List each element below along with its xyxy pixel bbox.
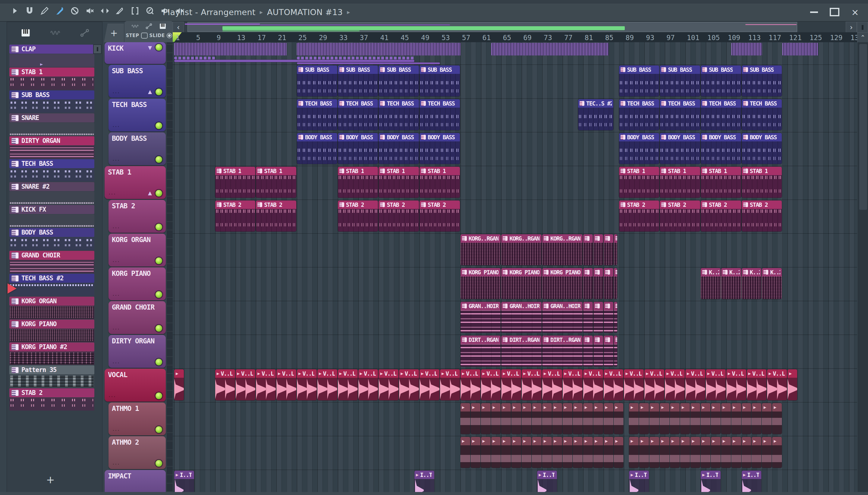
kick-pattern-strip[interactable] bbox=[174, 43, 287, 55]
clip-athmo[interactable]: ▶ bbox=[573, 403, 583, 434]
clip-choir[interactable] bbox=[604, 302, 613, 333]
track-header-athmo-1[interactable]: ATHMO 1··· bbox=[108, 403, 166, 435]
track-mute-led[interactable] bbox=[156, 393, 162, 399]
clip-v-l[interactable]: ▶V..L bbox=[317, 369, 337, 400]
clip-v-l[interactable]: ▶V..L bbox=[297, 369, 317, 400]
pattern-item-tech-bass-2[interactable]: TECH BASS #2 bbox=[9, 274, 94, 297]
clip-stab-2[interactable]: STAB 2 bbox=[619, 201, 659, 232]
zoom-grip-button[interactable] bbox=[857, 22, 868, 33]
clip-v-l[interactable]: ▶V..L bbox=[440, 369, 460, 400]
track-header-tech-bass[interactable]: TECH BASS··· bbox=[108, 99, 166, 132]
clip-korg[interactable] bbox=[614, 268, 618, 299]
clip-athmo[interactable]: ▶ bbox=[752, 403, 761, 434]
clip-v-l[interactable]: ▶V..L bbox=[665, 369, 685, 400]
clip-korg-rgan[interactable]: KORG..RGAN bbox=[542, 234, 583, 265]
scroll-right-button[interactable]: › bbox=[846, 22, 857, 33]
clip-i-t[interactable]: ▶I..T bbox=[174, 471, 194, 492]
track-options-dots[interactable]: ··· bbox=[112, 258, 120, 265]
clip-v-l[interactable]: ▶V..L bbox=[583, 369, 603, 400]
clip-k-2[interactable]: K..2 bbox=[742, 268, 762, 299]
clip-sub-bass[interactable]: SUB BASS bbox=[379, 65, 419, 97]
track-header-kick[interactable]: KICK▼ bbox=[105, 42, 166, 64]
panel-wave-icon[interactable] bbox=[131, 22, 140, 31]
kick-pattern-strip[interactable] bbox=[731, 43, 762, 55]
scroll-up-button[interactable]: ⌃ bbox=[857, 32, 868, 42]
paint-brush-icon[interactable] bbox=[54, 5, 66, 17]
clip-v-l[interactable]: ▶V..L bbox=[644, 369, 664, 400]
clip-korg-rgan[interactable]: KORG..RGAN bbox=[461, 234, 501, 265]
pattern-item-dirty-organ[interactable]: DIRTY ORGAN bbox=[9, 136, 94, 159]
clip-korg-piano[interactable]: KORG PIANO bbox=[501, 268, 542, 299]
clip-sub-bass[interactable]: SUB BASS bbox=[619, 65, 659, 97]
clip-athmo[interactable]: ▶ bbox=[522, 437, 531, 468]
clip-gran-hoir[interactable]: GRAN..HOIR bbox=[501, 302, 542, 333]
pattern-item-clap[interactable]: CLAP bbox=[9, 45, 94, 68]
clip-v-l[interactable]: ▶V..L bbox=[215, 369, 235, 400]
clip-stab-2[interactable]: STAB 2 bbox=[419, 201, 460, 232]
clip-athmo[interactable]: ▶ bbox=[691, 403, 700, 434]
clip-athmo[interactable]: ▶ bbox=[614, 437, 624, 468]
clip-athmo[interactable]: ▶ bbox=[701, 403, 710, 434]
clip-stab-2[interactable]: STAB 2 bbox=[338, 201, 378, 232]
step-toggle[interactable] bbox=[141, 33, 148, 39]
clip-dirt-rgan[interactable]: DIRT..RGAN bbox=[542, 336, 583, 366]
clip-athmo[interactable]: ▶ bbox=[542, 403, 552, 434]
track-mute-led[interactable] bbox=[156, 325, 162, 331]
pencil-icon[interactable] bbox=[39, 5, 51, 17]
group-collapse-arrow-icon[interactable]: ▲ bbox=[148, 190, 152, 196]
track-options-dots[interactable]: ··· bbox=[112, 224, 120, 232]
clip-i-t[interactable]: ▶I..T bbox=[414, 471, 434, 492]
clip-athmo[interactable]: ▶ bbox=[563, 403, 572, 434]
track-mute-led[interactable] bbox=[156, 426, 162, 433]
track-options-dots[interactable]: ··· bbox=[112, 157, 120, 164]
playlist-grid[interactable]: SUB BASSSUB BASSSUB BASSSUB BASSSUB BASS… bbox=[173, 42, 857, 492]
minimize-button[interactable] bbox=[806, 5, 822, 19]
clip-athmo[interactable]: ▶ bbox=[491, 437, 501, 468]
clip-athmo[interactable]: ▶ bbox=[501, 403, 511, 434]
clip-athmo[interactable]: ▶ bbox=[614, 403, 624, 434]
clip-stab-2[interactable]: STAB 2 bbox=[742, 201, 782, 232]
clip-athmo[interactable]: ▶ bbox=[752, 437, 761, 468]
mute-icon[interactable] bbox=[84, 5, 96, 17]
clip-v-l[interactable]: ▶V..L bbox=[767, 369, 787, 400]
clip-athmo[interactable]: ▶ bbox=[563, 437, 572, 468]
track-options-dots[interactable]: ··· bbox=[108, 393, 116, 400]
clip-sub-bass[interactable]: SUB BASS bbox=[297, 65, 337, 97]
clip-athmo[interactable]: ▶ bbox=[461, 403, 470, 434]
track-mute-led[interactable] bbox=[156, 257, 162, 264]
menu-arrow-icon[interactable] bbox=[8, 5, 20, 17]
clip-athmo[interactable]: ▶ bbox=[639, 437, 649, 468]
clip-athmo[interactable]: ▶ bbox=[461, 437, 470, 468]
clip-athmo[interactable]: ▶ bbox=[731, 403, 741, 434]
track-lane-body-bass[interactable]: BODY BASSBODY BASSBODY BASSBODY BASSBODY… bbox=[173, 132, 857, 166]
clip-athmo[interactable]: ▶ bbox=[604, 403, 613, 434]
clip-tech-bass[interactable]: TECH BASS bbox=[742, 99, 782, 130]
pattern-item-snare-2[interactable]: SNARE #2 bbox=[9, 182, 94, 205]
picker-tab-piano-icon[interactable] bbox=[20, 28, 32, 39]
clip-v-l[interactable]: ▶V..L bbox=[604, 369, 624, 400]
track-header-body-bass[interactable]: BODY BASS··· bbox=[108, 132, 166, 165]
clip-athmo[interactable]: ▶ bbox=[721, 403, 731, 434]
clip-athmo[interactable]: ▶ bbox=[711, 437, 721, 468]
track-mute-led[interactable] bbox=[156, 224, 162, 230]
clip-athmo[interactable]: ▶ bbox=[680, 403, 690, 434]
clip-athmo[interactable]: ▶ bbox=[639, 403, 649, 434]
clip-athmo[interactable]: ▶ bbox=[593, 437, 603, 468]
clip-stab-1[interactable]: STAB 1 bbox=[701, 167, 741, 198]
clip-athmo[interactable]: ▶ bbox=[593, 403, 603, 434]
clip-stab-2[interactable]: STAB 2 bbox=[215, 201, 256, 232]
clip-athmo[interactable]: ▶ bbox=[522, 403, 531, 434]
track-header-impact[interactable]: IMPACT··· bbox=[105, 470, 166, 495]
track-header-grand-choir[interactable]: GRAND CHOIR··· bbox=[108, 301, 166, 334]
track-header-korg-piano[interactable]: KORG PIANO··· bbox=[108, 268, 166, 300]
clip-stab-1[interactable]: STAB 1 bbox=[660, 167, 700, 198]
clip-v-l[interactable]: ▶V..L bbox=[726, 369, 746, 400]
track-options-dots[interactable]: ··· bbox=[112, 461, 120, 468]
track-lane-athmo-2[interactable]: ▶▶▶▶▶▶▶▶▶▶▶▶▶▶▶▶▶▶▶▶▶▶▶▶▶▶▶▶▶▶▶ bbox=[173, 436, 857, 470]
clip-v-l[interactable]: ▶V..L bbox=[481, 369, 501, 400]
track-header-korg-organ[interactable]: KORG ORGAN··· bbox=[108, 234, 166, 267]
panel-piano-icon[interactable] bbox=[158, 22, 167, 31]
track-lane-grand-choir[interactable]: GRAN..HOIRGRAN..HOIRGRAN..HOIR bbox=[173, 301, 857, 335]
clip-body-bass[interactable]: BODY BASS bbox=[701, 133, 741, 164]
clip-v-l[interactable]: ▶V..L bbox=[461, 369, 481, 400]
